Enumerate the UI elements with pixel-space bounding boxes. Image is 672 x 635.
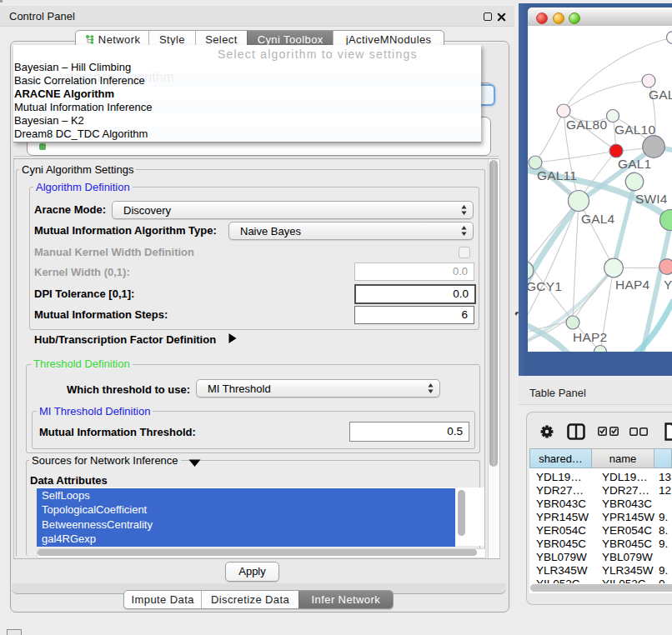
svg-text:GAL4: GAL4 bbox=[581, 212, 615, 226]
svg-text:HAP2: HAP2 bbox=[573, 330, 607, 344]
svg-text:GAL1: GAL1 bbox=[618, 157, 651, 171]
svg-text:GAL7: GAL7 bbox=[649, 88, 672, 102]
svg-text:GAL11: GAL11 bbox=[537, 168, 577, 182]
svg-text:HAP4: HAP4 bbox=[615, 278, 649, 292]
svg-text:Y: Y bbox=[664, 278, 672, 292]
svg-text:SWI4: SWI4 bbox=[635, 192, 668, 206]
svg-text:GCY1: GCY1 bbox=[528, 279, 562, 293]
svg-text:GAL10: GAL10 bbox=[614, 122, 655, 137]
svg-text:GAL80: GAL80 bbox=[566, 118, 607, 132]
